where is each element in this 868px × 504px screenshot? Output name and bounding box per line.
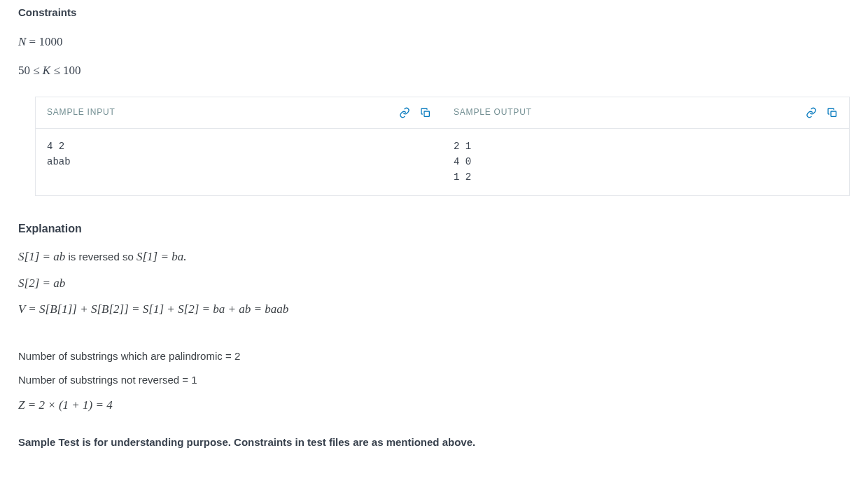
- link-icon[interactable]: [399, 107, 410, 118]
- sample-output-label: SAMPLE OUTPUT: [454, 106, 532, 119]
- svg-rect-0: [424, 111, 429, 116]
- explanation-heading: Explanation: [18, 220, 850, 238]
- sample-input-label: SAMPLE INPUT: [47, 106, 115, 119]
- sample-test-note: Sample Test is for understanding purpose…: [18, 434, 850, 451]
- sample-input-header: SAMPLE INPUT: [36, 97, 442, 128]
- problem-statement-panel: Constraints N = 1000 50 ≤ K ≤ 100 SAMPLE…: [0, 0, 868, 472]
- svg-rect-1: [831, 111, 836, 116]
- sample-input-content: 4 2 abab: [36, 129, 442, 192]
- not-reversed-line: Number of substrings not reversed = 1: [18, 372, 850, 388]
- palindrome-count-line: Number of substrings which are palindrom…: [18, 348, 850, 365]
- samples-row: SAMPLE INPUT: [35, 97, 850, 195]
- sample-output-box: SAMPLE OUTPUT: [442, 97, 849, 195]
- copy-icon[interactable]: [827, 107, 838, 118]
- sample-output-content: 2 1 4 0 1 2: [442, 129, 849, 195]
- sample-output-header: SAMPLE OUTPUT: [442, 97, 849, 128]
- constraints-heading: Constraints: [18, 4, 850, 21]
- constraint-line-2: 50 ≤ K ≤ 100: [18, 61, 850, 80]
- sample-input-box: SAMPLE INPUT: [36, 97, 442, 195]
- explanation-line-1: S[1] = ab is reversed so S[1] = ba.: [18, 247, 850, 266]
- explanation-line-2: S[2] = ab: [18, 274, 850, 293]
- copy-icon[interactable]: [420, 107, 431, 118]
- z-line: Z = 2 × (1 + 1) = 4: [18, 396, 850, 414]
- link-icon[interactable]: [806, 107, 817, 118]
- constraint-line-1: N = 1000: [18, 32, 850, 51]
- explanation-line-3: V = S[B[1]] + S[B[2]] = S[1] + S[2] = ba…: [18, 300, 850, 318]
